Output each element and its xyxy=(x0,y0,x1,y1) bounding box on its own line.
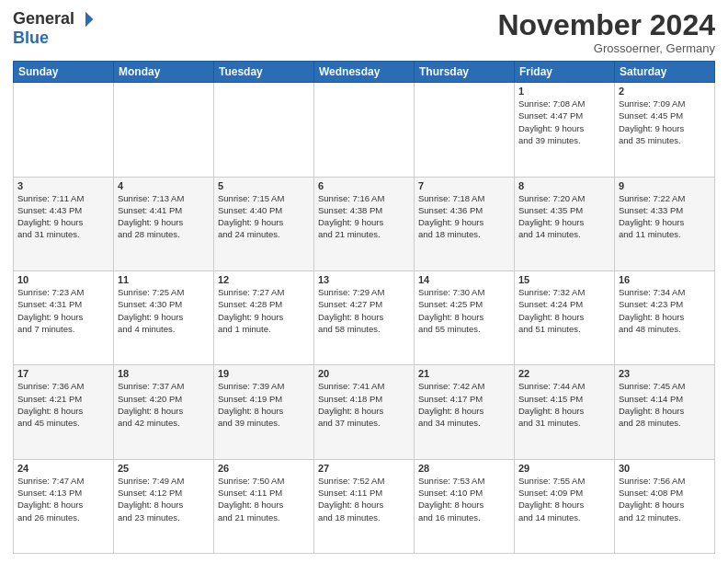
calendar-week-row: 1Sunrise: 7:08 AM Sunset: 4:47 PM Daylig… xyxy=(14,83,715,177)
header: General Blue November 2024 Grossoerner, … xyxy=(13,9,715,55)
day-info: Sunrise: 7:37 AM Sunset: 4:20 PM Dayligh… xyxy=(118,380,210,429)
day-info: Sunrise: 7:47 AM Sunset: 4:13 PM Dayligh… xyxy=(17,475,109,523)
calendar-cell: 14Sunrise: 7:30 AM Sunset: 4:25 PM Dayli… xyxy=(415,270,515,364)
day-number: 25 xyxy=(118,463,210,474)
logo: General Blue xyxy=(13,9,95,48)
weekday-header-row: SundayMondayTuesdayWednesdayThursdayFrid… xyxy=(14,62,715,83)
day-number: 22 xyxy=(518,368,610,379)
calendar-cell: 13Sunrise: 7:29 AM Sunset: 4:27 PM Dayli… xyxy=(314,270,415,364)
weekday-header-wednesday: Wednesday xyxy=(314,62,415,83)
calendar-cell: 23Sunrise: 7:45 AM Sunset: 4:14 PM Dayli… xyxy=(615,365,715,459)
calendar-table: SundayMondayTuesdayWednesdayThursdayFrid… xyxy=(13,61,715,554)
weekday-header-thursday: Thursday xyxy=(415,62,515,83)
calendar-cell: 8Sunrise: 7:20 AM Sunset: 4:35 PM Daylig… xyxy=(515,177,615,270)
calendar-cell: 4Sunrise: 7:13 AM Sunset: 4:41 PM Daylig… xyxy=(114,177,214,270)
calendar-cell: 19Sunrise: 7:39 AM Sunset: 4:19 PM Dayli… xyxy=(214,365,314,459)
day-info: Sunrise: 7:45 AM Sunset: 4:14 PM Dayligh… xyxy=(619,380,711,429)
calendar-cell: 10Sunrise: 7:23 AM Sunset: 4:31 PM Dayli… xyxy=(14,270,114,364)
day-info: Sunrise: 7:30 AM Sunset: 4:25 PM Dayligh… xyxy=(418,286,510,335)
day-number: 24 xyxy=(17,463,109,474)
logo-blue-text: Blue xyxy=(13,29,49,48)
calendar-cell: 18Sunrise: 7:37 AM Sunset: 4:20 PM Dayli… xyxy=(114,365,214,459)
day-number: 7 xyxy=(418,180,510,191)
title-area: November 2024 Grossoerner, Germany xyxy=(497,9,715,55)
weekday-header-saturday: Saturday xyxy=(615,62,715,83)
day-info: Sunrise: 7:44 AM Sunset: 4:15 PM Dayligh… xyxy=(518,380,610,429)
logo-icon xyxy=(76,10,95,29)
day-number: 4 xyxy=(118,180,210,191)
calendar-cell: 6Sunrise: 7:16 AM Sunset: 4:38 PM Daylig… xyxy=(314,177,415,270)
calendar-cell xyxy=(415,83,515,177)
day-number: 29 xyxy=(518,463,610,474)
day-number: 9 xyxy=(619,180,711,191)
calendar-week-row: 17Sunrise: 7:36 AM Sunset: 4:21 PM Dayli… xyxy=(14,365,715,459)
calendar-cell: 17Sunrise: 7:36 AM Sunset: 4:21 PM Dayli… xyxy=(14,365,114,459)
calendar-cell: 30Sunrise: 7:56 AM Sunset: 4:08 PM Dayli… xyxy=(615,459,715,553)
day-info: Sunrise: 7:52 AM Sunset: 4:11 PM Dayligh… xyxy=(318,475,410,523)
location-subtitle: Grossoerner, Germany xyxy=(497,41,715,55)
day-info: Sunrise: 7:16 AM Sunset: 4:38 PM Dayligh… xyxy=(318,192,410,241)
day-number: 10 xyxy=(17,274,109,285)
calendar-cell: 11Sunrise: 7:25 AM Sunset: 4:30 PM Dayli… xyxy=(114,270,214,364)
day-info: Sunrise: 7:09 AM Sunset: 4:45 PM Dayligh… xyxy=(619,98,711,146)
day-info: Sunrise: 7:18 AM Sunset: 4:36 PM Dayligh… xyxy=(418,192,510,241)
day-info: Sunrise: 7:56 AM Sunset: 4:08 PM Dayligh… xyxy=(619,475,711,523)
weekday-header-friday: Friday xyxy=(515,62,615,83)
page: General Blue November 2024 Grossoerner, … xyxy=(0,0,728,563)
calendar-cell: 20Sunrise: 7:41 AM Sunset: 4:18 PM Dayli… xyxy=(314,365,415,459)
weekday-header-tuesday: Tuesday xyxy=(214,62,314,83)
day-number: 28 xyxy=(418,463,510,474)
day-info: Sunrise: 7:13 AM Sunset: 4:41 PM Dayligh… xyxy=(118,192,210,241)
day-number: 17 xyxy=(17,368,109,379)
day-number: 20 xyxy=(318,368,410,379)
calendar-cell: 24Sunrise: 7:47 AM Sunset: 4:13 PM Dayli… xyxy=(14,459,114,553)
calendar-week-row: 24Sunrise: 7:47 AM Sunset: 4:13 PM Dayli… xyxy=(14,459,715,553)
month-title: November 2024 xyxy=(497,9,715,41)
day-number: 11 xyxy=(118,274,210,285)
day-info: Sunrise: 7:41 AM Sunset: 4:18 PM Dayligh… xyxy=(318,380,410,429)
calendar-cell: 21Sunrise: 7:42 AM Sunset: 4:17 PM Dayli… xyxy=(415,365,515,459)
calendar-cell: 26Sunrise: 7:50 AM Sunset: 4:11 PM Dayli… xyxy=(214,459,314,553)
logo-general-text: General xyxy=(13,9,74,29)
calendar-cell: 15Sunrise: 7:32 AM Sunset: 4:24 PM Dayli… xyxy=(515,270,615,364)
calendar-cell xyxy=(214,83,314,177)
calendar-cell: 2Sunrise: 7:09 AM Sunset: 4:45 PM Daylig… xyxy=(615,83,715,177)
day-number: 3 xyxy=(17,180,109,191)
day-number: 6 xyxy=(318,180,410,191)
calendar-cell: 7Sunrise: 7:18 AM Sunset: 4:36 PM Daylig… xyxy=(415,177,515,270)
day-info: Sunrise: 7:53 AM Sunset: 4:10 PM Dayligh… xyxy=(418,475,510,523)
day-number: 1 xyxy=(518,86,610,97)
day-info: Sunrise: 7:27 AM Sunset: 4:28 PM Dayligh… xyxy=(218,286,310,335)
weekday-header-sunday: Sunday xyxy=(14,62,114,83)
calendar-cell: 22Sunrise: 7:44 AM Sunset: 4:15 PM Dayli… xyxy=(515,365,615,459)
day-info: Sunrise: 7:39 AM Sunset: 4:19 PM Dayligh… xyxy=(218,380,310,429)
day-number: 2 xyxy=(619,86,711,97)
day-number: 21 xyxy=(418,368,510,379)
day-number: 27 xyxy=(318,463,410,474)
calendar-week-row: 3Sunrise: 7:11 AM Sunset: 4:43 PM Daylig… xyxy=(14,177,715,270)
day-number: 26 xyxy=(218,463,310,474)
calendar-cell: 12Sunrise: 7:27 AM Sunset: 4:28 PM Dayli… xyxy=(214,270,314,364)
day-number: 16 xyxy=(619,274,711,285)
day-info: Sunrise: 7:20 AM Sunset: 4:35 PM Dayligh… xyxy=(518,192,610,241)
day-info: Sunrise: 7:25 AM Sunset: 4:30 PM Dayligh… xyxy=(118,286,210,335)
day-info: Sunrise: 7:55 AM Sunset: 4:09 PM Dayligh… xyxy=(518,475,610,523)
day-info: Sunrise: 7:32 AM Sunset: 4:24 PM Dayligh… xyxy=(518,286,610,335)
day-number: 8 xyxy=(518,180,610,191)
weekday-header-monday: Monday xyxy=(114,62,214,83)
day-info: Sunrise: 7:08 AM Sunset: 4:47 PM Dayligh… xyxy=(518,98,610,146)
day-number: 13 xyxy=(318,274,410,285)
calendar-week-row: 10Sunrise: 7:23 AM Sunset: 4:31 PM Dayli… xyxy=(14,270,715,364)
day-number: 12 xyxy=(218,274,310,285)
day-number: 23 xyxy=(619,368,711,379)
calendar-cell: 16Sunrise: 7:34 AM Sunset: 4:23 PM Dayli… xyxy=(615,270,715,364)
calendar-cell: 5Sunrise: 7:15 AM Sunset: 4:40 PM Daylig… xyxy=(214,177,314,270)
calendar-cell: 25Sunrise: 7:49 AM Sunset: 4:12 PM Dayli… xyxy=(114,459,214,553)
day-info: Sunrise: 7:23 AM Sunset: 4:31 PM Dayligh… xyxy=(17,286,109,335)
day-number: 18 xyxy=(118,368,210,379)
day-number: 30 xyxy=(619,463,711,474)
day-number: 5 xyxy=(218,180,310,191)
calendar-cell xyxy=(314,83,415,177)
day-info: Sunrise: 7:49 AM Sunset: 4:12 PM Dayligh… xyxy=(118,475,210,523)
calendar-body: 1Sunrise: 7:08 AM Sunset: 4:47 PM Daylig… xyxy=(14,83,715,554)
